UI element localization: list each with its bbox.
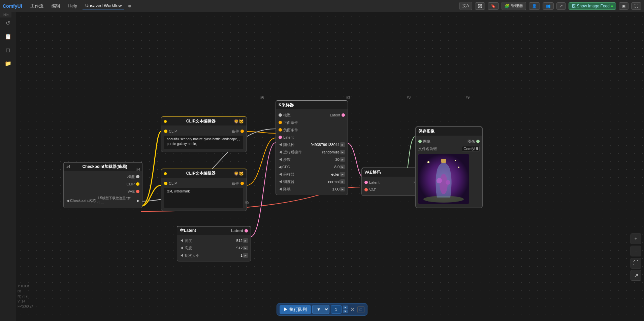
ksampler-seed-arrow[interactable]: ▶ [340,142,345,147]
ksampler-steps-arrow[interactable]: ▶ [340,157,345,162]
latent-height-row[interactable]: ◀ 高度 512 ▶ [177,244,251,252]
share-btn[interactable]: ↗ [556,2,566,10]
puzzle-btn[interactable]: 🧩 管理器 [502,2,526,10]
queue-dropdown[interactable]: ▼ [312,305,329,314]
manager-label: 管理器 [511,3,523,9]
queue-cancel-button[interactable]: ✕ [349,306,356,313]
node3-id-label: #3 [346,96,350,99]
save-filename-field: 文件名前缀 ComfyUI [416,145,482,152]
checkpoint-name-field[interactable]: ◀ Checkpoint名称 1.5模型下载放这里c女生... ▶ [64,195,142,206]
clip1-output-port [240,130,244,133]
ksampler-scheduler-row[interactable]: ◀ 调度器 normal ▶ [276,178,348,185]
sidebar-folder[interactable]: 📁 [3,58,13,69]
save-filename-value[interactable]: ComfyUI [462,146,480,151]
latent-title: 空Latent [180,228,196,234]
person2-btn[interactable]: 👥 [543,2,554,10]
checkpoint-clip-output: CLIP [64,180,142,188]
ksampler-latent-port [342,113,345,117]
ksampler-model-port [279,113,282,117]
ksampler-sampler-arrow[interactable]: ▶ [340,172,345,177]
zoom-in-button[interactable]: + [631,234,641,244]
status-bar: Idle [0,12,11,17]
person-btn[interactable]: 👤 [529,2,540,10]
ksampler-denoise-arrow[interactable]: ▶ [340,187,345,191]
latent-batch-arrow[interactable]: ▶ [243,253,248,258]
queue-stop-button[interactable]: □ [357,306,364,313]
ksampler-neg-label: 负面条件 [283,128,298,133]
checkpoint-model-output: 模型 [64,173,142,180]
queue-down-arrow[interactable]: ▼ [343,310,348,313]
clip2-text[interactable]: text, watermark [164,188,243,208]
sidebar-3d[interactable]: ◻ [3,44,13,55]
svg-point-6 [427,161,429,163]
unsaved-dot [128,5,131,7]
fullscreen-icon: ⛶ [634,4,638,8]
ksampler-scheduler-arrow[interactable]: ▶ [340,179,345,184]
latent-batch-row[interactable]: ◀ 批次大小 1 ▶ [177,252,251,259]
latent-width-row[interactable]: ◀ 宽度 512 ▶ [177,237,251,244]
ksampler-pos-input: 正面条件 [276,119,348,126]
perf-i: i:0 [18,289,33,294]
ksampler-seed-row[interactable]: ◀ 随机种 94938799138044 ▶ [276,141,348,148]
save-body: 图像 图像 文件名前缀 ComfyUI [416,136,482,208]
translate-btn[interactable]: 文A [459,2,472,10]
clip1-title: CLIP文本编辑器 [186,118,216,124]
latent-height-value: 512 [236,246,243,250]
ksampler-sampler-value: euler [331,172,340,176]
ksampler-after-arrow[interactable]: ▶ [340,150,345,154]
ksampler-cfg-arrow[interactable]: ▶ [340,165,345,169]
menu-edit[interactable]: 编辑 [49,2,63,10]
ksampler-sampler-row[interactable]: ◀ 采样器 euler ▶ [276,171,348,178]
ksampler-denoise-value: 1.00 [332,187,340,191]
bookmark-btn[interactable]: 🔖 [488,2,499,10]
zoom-out-button[interactable]: − [631,246,641,256]
reset-view-button[interactable]: ↗ [631,270,641,281]
sidebar-notes[interactable]: 📋 [3,31,13,42]
latent-width-arrow[interactable]: ▶ [243,238,248,243]
svg-point-7 [458,167,459,168]
clip1-text[interactable]: beautiful scenery nature glass bottle la… [164,136,243,149]
menubar: ComfyUI 工作流 编辑 Help Unsaved Workflow 文A … [0,0,644,12]
menu-workflow[interactable]: 工作流 [28,2,46,10]
latent-output-port [245,229,248,233]
ksampler-header: K采样器 [276,101,348,109]
image-btn[interactable]: 🖼 [475,2,485,10]
clip2-header: CLIP文本编辑器 🦁🐱 [161,169,247,178]
ksampler-body: 模型 Latent 正面条件 负面条件 Latent ◀ 随机种 [276,109,348,195]
latent-height-arrow[interactable]: ▶ [243,246,248,250]
ksampler-neg-input: 负面条件 [276,126,348,134]
latent-width-label: ◀ 宽度 [180,238,192,243]
save-title: 保存图像 [418,129,434,134]
node5-id-label: #5 [245,201,249,204]
window-btn[interactable]: ▣ [619,2,629,10]
ksampler-cfg-row[interactable]: ◀ CFG 8.0 ▶ [276,163,348,171]
translate-icon: 文A [462,3,469,9]
checkpoint-vae-label: VAE [128,189,135,193]
sidebar-history[interactable]: ↺ [3,17,13,28]
menu-help[interactable]: Help [66,3,80,9]
node9-id-label: #9 [466,96,470,99]
clip1-output-label: 条件 [232,129,239,134]
right-controls: + − ⛶ ↗ [631,234,641,281]
queue-number-input[interactable]: 1 [331,305,342,314]
ksampler-steps-row[interactable]: ◀ 步数 20 ▶ [276,156,348,163]
queue-up-arrow[interactable]: ▲ [343,306,348,309]
puzzle-icon: 🧩 [505,4,510,8]
fullscreen-btn[interactable]: ⛶ [631,2,641,10]
vae-title: VAE解码 [364,170,381,175]
checkpoint-clip-label: CLIP [127,182,135,186]
run-queue-button[interactable]: ▶ 执行队列 [280,305,311,314]
checkpoint-vae-output: VAE [64,188,142,195]
fit-screen-button[interactable]: ⛶ [631,258,641,269]
ksampler-denoise-row[interactable]: ◀ 降噪 1.00 ▶ [276,185,348,193]
clip2-port-label: CLIP [169,181,177,185]
ksampler-scheduler-value: normal [328,180,340,184]
show-image-feed-btn[interactable]: 🖼 Show Image Feed ● [569,2,616,10]
checkpoint-vae-port [136,190,139,193]
clip1-clip-input: CLIP 条件 [161,128,247,135]
ksampler-after-row[interactable]: ◀ 运行后操作 randomize ▶ [276,148,348,156]
workflow-title: Unsaved Workflow [83,2,124,9]
ksampler-pos-port [279,121,282,124]
checkpoint-arrow-btn[interactable]: ▶ [137,199,139,203]
ksampler-pos-label: 正面条件 [283,120,298,125]
